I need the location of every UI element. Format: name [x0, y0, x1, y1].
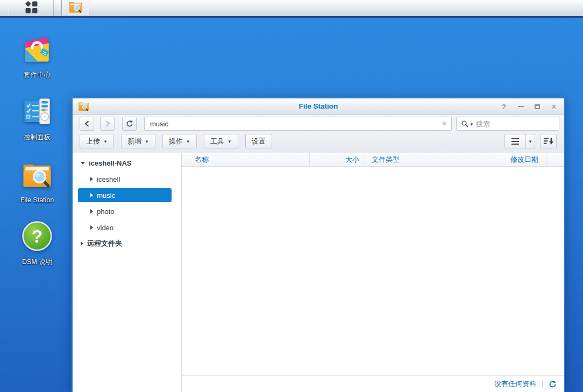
forward-button[interactable]	[100, 117, 115, 131]
empty-state-text: 没有任何资料	[494, 379, 536, 389]
desktop-icon-label: 套件中心	[14, 70, 60, 80]
path-input[interactable]	[144, 117, 452, 131]
maximize-button[interactable]	[534, 103, 541, 110]
control-panel-icon	[22, 119, 53, 129]
action-button[interactable]: 操作 ▼	[162, 134, 197, 148]
status-refresh-button[interactable]	[549, 380, 557, 388]
list-view-icon	[511, 138, 519, 145]
create-button[interactable]: 新增 ▼	[121, 134, 155, 148]
window-titlebar[interactable]: File Station ? ✕	[73, 98, 564, 115]
expander-right-icon[interactable]	[90, 209, 93, 213]
navigation-row: ★ ▼	[73, 115, 564, 133]
tools-button[interactable]: 工具 ▼	[204, 134, 238, 148]
divider	[542, 380, 543, 388]
refresh-icon	[126, 120, 133, 127]
search-box[interactable]: ▼	[456, 117, 559, 131]
minimize-button[interactable]	[517, 103, 524, 110]
file-station-window: File Station ? ✕ ★	[72, 97, 565, 392]
desktop-icon-dsm-help[interactable]: DSM 说明	[14, 220, 60, 267]
path-field-wrap: ★	[144, 117, 452, 131]
button-label: 上传	[86, 137, 100, 146]
desktop-icon-label: 控制面板	[14, 133, 60, 142]
taskbar-file-station-button[interactable]	[61, 0, 89, 16]
expander-down-icon[interactable]	[81, 162, 85, 165]
sidebar-item-remote-folders[interactable]: 远程文件夹	[73, 236, 181, 252]
sidebar-item-label: music	[97, 191, 115, 199]
sidebar-item-music[interactable]: music	[78, 188, 172, 202]
back-button[interactable]	[80, 117, 94, 131]
sort-icon	[543, 137, 554, 145]
window-content: iceshell-NAS iceshell music photo video …	[73, 153, 564, 392]
list-view-button[interactable]	[504, 134, 526, 148]
settings-button[interactable]: 设置	[245, 134, 272, 148]
button-label: 设置	[252, 137, 266, 146]
taskbar	[0, 0, 583, 18]
sidebar-item-label: 远程文件夹	[87, 239, 122, 248]
column-header-name[interactable]: 名称	[182, 153, 310, 166]
expander-right-icon[interactable]	[90, 177, 93, 181]
button-label: 新增	[127, 137, 141, 146]
toolbar: 上传 ▼ 新增 ▼ 操作 ▼ 工具 ▼ 设置	[73, 133, 564, 153]
sidebar-item-root[interactable]: iceshell-NAS	[73, 155, 181, 171]
button-label: 工具	[210, 137, 224, 146]
refresh-button[interactable]	[122, 117, 137, 131]
desktop-icon-control-panel[interactable]: 控制面板	[14, 96, 60, 142]
help-icon	[22, 244, 53, 253]
sidebar-item-iceshell[interactable]: iceshell	[73, 171, 181, 187]
expander-right-icon[interactable]	[90, 225, 93, 230]
caret-down-icon: ▼	[186, 139, 190, 144]
sidebar-item-label: photo	[97, 208, 115, 216]
minimize-icon	[518, 106, 524, 107]
caret-down-icon[interactable]: ▼	[470, 122, 474, 127]
caret-down-icon: ▼	[103, 139, 108, 144]
star-icon[interactable]: ★	[440, 119, 447, 127]
package-center-icon	[22, 57, 53, 66]
apps-grid-icon	[25, 1, 38, 16]
main-menu-button[interactable]	[9, 0, 54, 16]
column-header-size[interactable]: 大小	[310, 153, 365, 166]
sort-button[interactable]	[540, 134, 557, 148]
column-header-modified[interactable]: 修改日期	[444, 153, 546, 166]
close-button[interactable]: ✕	[550, 103, 558, 110]
sidebar-item-video[interactable]: video	[73, 219, 181, 236]
sidebar-item-label: iceshell	[97, 175, 120, 183]
sidebar-item-photo[interactable]: photo	[73, 203, 181, 219]
help-button[interactable]: ?	[500, 103, 508, 110]
desktop-icon-file-station[interactable]: File Station	[14, 159, 60, 204]
caret-down-icon: ▼	[227, 139, 232, 144]
sidebar-item-label: iceshell-NAS	[89, 159, 131, 167]
search-icon	[461, 120, 468, 127]
maximize-icon	[535, 104, 540, 109]
chevron-right-icon	[106, 121, 109, 126]
button-label: 操作	[169, 137, 183, 146]
window-title: File Station	[73, 102, 564, 110]
status-bar: 没有任何资料	[182, 375, 564, 392]
window-controls: ? ✕	[500, 98, 558, 115]
column-header-row: 名称 大小 文件类型 修改日期	[182, 153, 564, 167]
view-dropdown-button[interactable]: ▼	[526, 134, 535, 148]
column-header-type[interactable]: 文件类型	[365, 153, 444, 166]
search-input[interactable]	[476, 120, 556, 128]
window-chrome: ★ ▼ 上传 ▼ 新增 ▼ 操作 ▼	[73, 115, 564, 153]
folder-search-icon	[22, 183, 53, 192]
file-list-panel: 名称 大小 文件类型 修改日期 没有任何资料	[182, 153, 564, 392]
chevron-left-icon	[86, 121, 89, 126]
upload-button[interactable]: 上传 ▼	[80, 134, 114, 148]
caret-down-icon: ▼	[145, 139, 149, 144]
expander-right-icon[interactable]	[90, 193, 93, 197]
file-list-empty-area[interactable]	[182, 167, 564, 375]
sidebar-item-label: video	[97, 224, 113, 232]
expander-right-icon[interactable]	[81, 241, 83, 246]
desktop-icon-package-center[interactable]: 套件中心	[14, 33, 60, 80]
caret-down-icon: ▼	[528, 139, 532, 144]
column-header-gutter	[546, 153, 564, 166]
view-controls: ▼	[504, 134, 557, 148]
folder-search-icon	[68, 1, 83, 16]
desktop-icon-label: File Station	[14, 196, 60, 204]
folder-tree-sidebar: iceshell-NAS iceshell music photo video …	[73, 153, 182, 392]
desktop-icon-label: DSM 说明	[14, 258, 60, 267]
